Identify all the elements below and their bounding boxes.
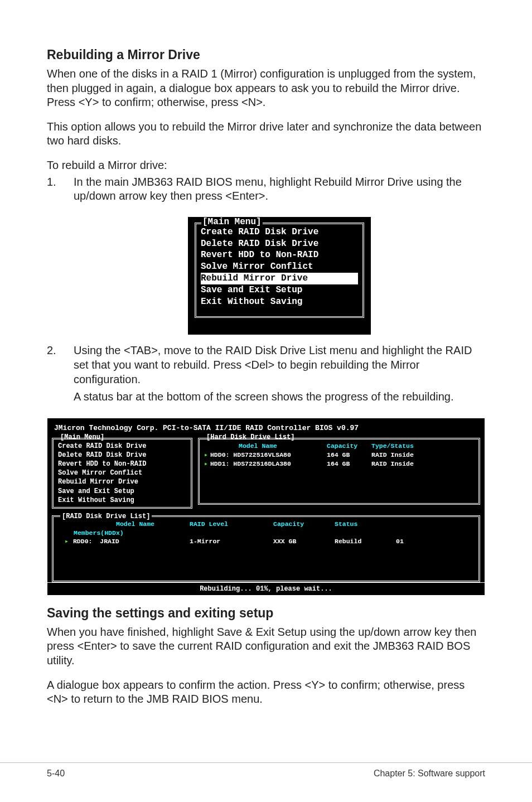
menu-item[interactable]: Save and Exit Setup bbox=[58, 487, 186, 496]
triangle-icon: ▸ bbox=[204, 460, 208, 467]
status-bar: Rebuilding... 01%, please wait... bbox=[47, 582, 485, 595]
col-model-name: Model Name bbox=[60, 519, 190, 529]
raid-capacity: XXX GB bbox=[273, 537, 335, 547]
step-item: 2. Using the <TAB>, move to the RAID Dis… bbox=[47, 344, 485, 407]
hdd-capacity: 164 GB bbox=[327, 460, 371, 468]
hdd-row[interactable]: ▸HDD0: HDS722516VLSA80 164 GB RAID Insid… bbox=[204, 451, 474, 460]
menu-item[interactable]: Revert HDD to Non-RAID bbox=[58, 460, 186, 468]
col-capacity: Capacity bbox=[273, 519, 335, 529]
step-number: 1. bbox=[47, 175, 74, 207]
chapter-label: Chapter 5: Software support bbox=[374, 769, 485, 779]
menu-item[interactable]: Rebuild Mirror Drive bbox=[58, 477, 186, 486]
bios-raid-list-label: [RAID Disk Drive List] bbox=[60, 513, 152, 520]
hdd-capacity: 164 GB bbox=[327, 451, 371, 460]
col-raid-level: RAID Level bbox=[190, 519, 273, 529]
triangle-icon: ▸ bbox=[65, 538, 69, 545]
col-status: Status bbox=[335, 519, 396, 529]
step-item: 1. In the main JMB363 RAID BIOS menu, hi… bbox=[47, 175, 485, 207]
menu-item[interactable]: Revert HDD to Non-RAID bbox=[201, 249, 358, 261]
menu-item[interactable]: Create RAID Disk Drive bbox=[58, 442, 186, 451]
bios-main-menu-small: [Main Menu] Create RAID Disk Drive Delet… bbox=[188, 217, 371, 335]
hdd-prefix: HDD1: bbox=[210, 460, 230, 467]
menu-item[interactable]: Save and Exit Setup bbox=[201, 284, 358, 296]
raid-status: Rebuild bbox=[335, 537, 396, 547]
menu-item[interactable]: Solve Mirror Conflict bbox=[201, 261, 358, 273]
raid-num: 01 bbox=[396, 537, 472, 547]
section-title-rebuilding: Rebuilding a Mirror Drive bbox=[47, 47, 485, 62]
raid-name: RDD0: JRAID bbox=[73, 538, 119, 545]
hdd-prefix: HDD0: bbox=[210, 451, 230, 458]
step-text: In the main JMB363 RAID BIOS menu, highl… bbox=[74, 175, 485, 204]
paragraph: A dialogue box appears to confirm the ac… bbox=[47, 678, 485, 707]
raid-level: 1-Mirror bbox=[190, 537, 273, 547]
menu-item[interactable]: Exit Without Saving bbox=[201, 296, 358, 308]
paragraph: To rebuild a Mirror drive: bbox=[47, 158, 485, 173]
col-type-status: Type/Status bbox=[371, 442, 474, 451]
bios-box-title: [Main Menu] bbox=[201, 217, 263, 227]
menu-item[interactable]: Exit Without Saving bbox=[58, 496, 186, 505]
page-footer: 5-40 Chapter 5: Software support bbox=[0, 762, 532, 779]
raid-row[interactable]: ▸RDD0: JRAID 1-Mirror XXX GB Rebuild 01 bbox=[60, 537, 472, 547]
triangle-icon: ▸ bbox=[204, 451, 208, 458]
hdd-model: HDS722516VLSA80 bbox=[233, 451, 291, 458]
col-blank bbox=[396, 519, 472, 529]
section-title-saving: Saving the settings and exiting setup bbox=[47, 606, 485, 621]
menu-item[interactable]: Delete RAID Disk Drive bbox=[201, 238, 358, 250]
menu-item[interactable]: Delete RAID Disk Drive bbox=[58, 451, 186, 460]
members-label: Members(HDDx) bbox=[74, 529, 472, 537]
col-capacity: Capacity bbox=[327, 442, 371, 451]
paragraph: This option allows you to rebuild the Mi… bbox=[47, 120, 485, 148]
menu-item[interactable]: Solve Mirror Conflict bbox=[58, 468, 186, 477]
hdd-type: RAID Inside bbox=[371, 460, 474, 468]
step-number: 2. bbox=[47, 344, 74, 407]
bios-header: JMicron Technology Corp. PCI-to-SATA II/… bbox=[54, 424, 480, 432]
hdd-row[interactable]: ▸HDD1: HDS722516DLA380 164 GB RAID Insid… bbox=[204, 460, 474, 468]
page-number: 5-40 bbox=[47, 769, 65, 779]
menu-item[interactable]: Create RAID Disk Drive bbox=[201, 226, 358, 238]
step-extra: A status bar at the bottom of the screen… bbox=[74, 390, 485, 404]
hdd-type: RAID Inside bbox=[371, 451, 474, 460]
bios-raid-screen: JMicron Technology Corp. PCI-to-SATA II/… bbox=[47, 418, 485, 596]
paragraph: When you have finished, highlight Save &… bbox=[47, 625, 485, 668]
paragraph: When one of the disks in a RAID 1 (Mirro… bbox=[47, 67, 485, 110]
step-text: Using the <TAB>, move to the RAID Disk D… bbox=[74, 344, 485, 386]
col-model: Model Name bbox=[204, 442, 327, 451]
menu-item-selected[interactable]: Rebuild Mirror Drive bbox=[201, 273, 358, 284]
hdd-model: HDS722516DLA380 bbox=[233, 460, 291, 467]
